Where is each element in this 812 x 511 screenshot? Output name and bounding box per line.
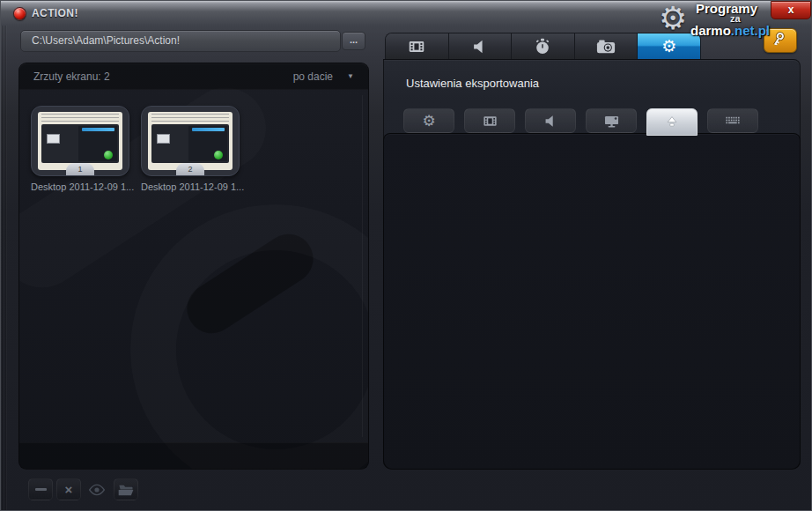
thumbnail-number-badge: 1 [66, 163, 94, 175]
film-icon [407, 37, 426, 56]
delete-button[interactable]: × [56, 478, 81, 500]
open-folder-button[interactable] [114, 478, 138, 500]
subtab-devices[interactable] [586, 108, 637, 133]
keys-icon [771, 31, 790, 50]
page-title: Ustawienia eksportowania [406, 77, 539, 90]
record-ball-icon [13, 7, 26, 20]
speaker-icon [470, 37, 490, 56]
upload-icon [664, 115, 680, 130]
close-button[interactable]: x [771, 1, 811, 19]
remove-button[interactable] [28, 478, 53, 500]
cross-icon: × [65, 483, 73, 496]
tab-benchmark[interactable] [512, 33, 575, 59]
subtab-hotkeys[interactable] [707, 108, 758, 133]
subtab-export[interactable] [646, 108, 698, 136]
window-edge-grip [1, 26, 7, 510]
scrollbar-track[interactable] [362, 95, 363, 437]
subtab-general[interactable]: ⚙ [403, 108, 454, 133]
thumbnail-caption: Desktop 2011-12-09 1... [141, 181, 240, 192]
camera-icon [595, 37, 616, 56]
thumbnail-frame[interactable]: 2 [141, 106, 240, 176]
subtab-video[interactable] [464, 108, 515, 133]
sort-arrow-icon[interactable]: ▼ [347, 72, 354, 80]
watermark-text-top: Programy [696, 1, 757, 16]
tab-screenshots[interactable] [575, 33, 639, 59]
stopwatch-icon [533, 37, 552, 56]
watermark-domain: .net.pl [731, 23, 770, 38]
background-watermark-ring [130, 204, 369, 470]
watermark-gear-icon: ⚙ [659, 2, 687, 35]
film-icon [482, 113, 498, 130]
screenshot-count-label: Zrzuty ekranu: 2 [33, 70, 110, 83]
subtab-audio[interactable] [525, 108, 576, 133]
screenshot-item-2[interactable]: 2 Desktop 2011-12-09 1... [141, 106, 240, 192]
window-title: ACTION! [32, 7, 78, 19]
eye-icon [88, 484, 106, 496]
thumbnail-caption: Desktop 2011-12-09 1... [31, 181, 129, 192]
gear-icon: ⚙ [661, 38, 676, 55]
thumbnail-frame[interactable]: 1 [31, 106, 129, 176]
action-window: ACTION! ⚙ Programy za darmo.net.pl x C:\… [0, 0, 812, 511]
screenshot-item-1[interactable]: 1 Desktop 2011-12-09 1... [31, 106, 129, 192]
thumbnail-number-badge: 2 [176, 163, 204, 175]
thumbnail-image [38, 112, 122, 170]
preview-button[interactable] [85, 478, 109, 500]
keyboard-icon [723, 114, 742, 128]
screenshots-path-input[interactable]: C:\Users\Adam\Pictures\Action! [20, 30, 341, 52]
gear-icon: ⚙ [422, 114, 435, 129]
thumbnail-image [148, 112, 233, 170]
tab-audio[interactable] [449, 33, 513, 59]
path-browse-button[interactable]: ... [342, 32, 365, 50]
tab-video-recordings[interactable] [386, 33, 449, 59]
main-tab-bar: ⚙ [385, 33, 701, 59]
settings-content-panel [383, 133, 801, 470]
folder-icon [117, 483, 135, 497]
screenshots-list-panel: Zrzuty ekranu: 2 po dacie ▼ 1 Desktop 20… [18, 63, 369, 470]
sort-by-dropdown[interactable]: po dacie [293, 70, 333, 83]
list-header-bar: Zrzuty ekranu: 2 po dacie ▼ [19, 63, 368, 90]
watermark-text-bottom: darmo.net.pl [690, 23, 770, 38]
minus-icon [35, 488, 47, 491]
list-footer-bar [19, 442, 368, 469]
monitor-icon [603, 113, 620, 130]
speaker-icon [543, 113, 559, 130]
